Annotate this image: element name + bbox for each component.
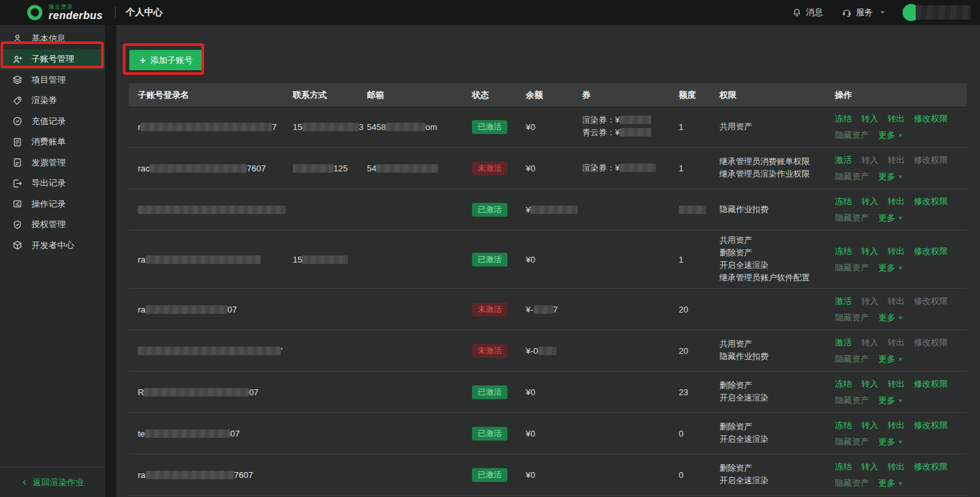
coupon-line: 渲染券：¥	[582, 114, 670, 127]
action-more[interactable]: 更多∨	[878, 309, 903, 326]
action-hide-assets[interactable]: 隐藏资产	[835, 475, 869, 491]
action-transfer-out[interactable]: 转出	[887, 376, 905, 392]
cell-actions: 冻结转入转出修改权限隐藏资产更多∨	[826, 458, 967, 491]
status-badge: 已激活	[472, 427, 507, 441]
table-row: 已激活¥隐藏作业扣费冻结转入转出修改权限隐藏资产更多∨	[129, 188, 967, 230]
chevron-down-icon: ∨	[898, 129, 903, 141]
action-freeze[interactable]: 冻结	[835, 417, 852, 433]
cell-text: 07	[249, 387, 258, 397]
cell-actions: 冻结转入转出修改权限隐藏资产更多∨	[826, 243, 967, 276]
action-hide-assets[interactable]: 隐藏资产	[835, 351, 869, 367]
action-modify-permission[interactable]: 修改权限	[914, 152, 948, 168]
action-transfer-in[interactable]: 转入	[861, 458, 878, 475]
chevron-down-icon: ∨	[898, 311, 903, 324]
sidebar-item-shield[interactable]: 授权管理	[0, 215, 105, 236]
action-more[interactable]: 更多∨	[878, 168, 903, 184]
table-header-row: 子账号登录名联系方式邮箱状态余额券额度权限操作	[129, 83, 967, 106]
action-activate[interactable]: 激活	[835, 293, 852, 309]
action-activate[interactable]: 激活	[835, 152, 852, 168]
sidebar-item-user[interactable]: 基本信息	[0, 28, 105, 49]
main-content: + 添加子账号 子账号登录名联系方式邮箱状态余额券额度权限操作 r7153545…	[116, 25, 980, 497]
action-transfer-in[interactable]: 转入	[861, 152, 878, 168]
action-more[interactable]: 更多∨	[878, 351, 903, 367]
action-freeze[interactable]: 冻结	[835, 376, 852, 392]
action-more[interactable]: 更多∨	[878, 127, 903, 143]
action-transfer-in[interactable]: 转入	[861, 334, 878, 351]
action-transfer-out[interactable]: 转出	[887, 334, 905, 351]
action-transfer-in[interactable]: 转入	[861, 293, 878, 309]
action-more[interactable]: 更多∨	[878, 392, 903, 408]
cell-balance: ¥0	[517, 163, 573, 173]
more-label: 更多	[878, 351, 895, 367]
action-transfer-out[interactable]: 转出	[887, 243, 905, 259]
action-transfer-out[interactable]: 转出	[887, 152, 905, 168]
cell-actions: 冻结转入转出修改权限隐藏资产更多∨	[826, 110, 967, 143]
action-freeze[interactable]: 冻结	[835, 193, 852, 209]
action-modify-permission[interactable]: 修改权限	[914, 243, 948, 259]
action-transfer-in[interactable]: 转入	[861, 193, 878, 209]
action-modify-permission[interactable]: 修改权限	[914, 293, 948, 309]
cell-balance: ¥	[517, 205, 573, 215]
cell-text: ¥0	[526, 255, 535, 265]
action-transfer-out[interactable]: 转出	[887, 417, 905, 433]
action-hide-assets[interactable]: 隐藏资产	[835, 209, 869, 226]
sidebar-item-users[interactable]: 子账号管理	[0, 49, 105, 70]
layers-icon	[12, 74, 23, 85]
action-more[interactable]: 更多∨	[878, 259, 903, 276]
action-modify-permission[interactable]: 修改权限	[914, 417, 948, 433]
action-hide-assets[interactable]: 隐藏资产	[835, 127, 869, 143]
action-hide-assets[interactable]: 隐藏资产	[835, 309, 869, 326]
action-modify-permission[interactable]: 修改权限	[914, 334, 948, 351]
action-transfer-out[interactable]: 转出	[887, 110, 905, 127]
action-transfer-in[interactable]: 转入	[861, 417, 878, 433]
action-modify-permission[interactable]: 修改权限	[914, 110, 948, 127]
cell-quota: 20	[670, 305, 710, 314]
redacted-text	[150, 164, 247, 173]
back-to-render-jobs-link[interactable]: 返回渲染作业	[0, 467, 105, 497]
action-hide-assets[interactable]: 隐藏资产	[835, 259, 869, 276]
action-transfer-in[interactable]: 转入	[861, 376, 878, 392]
action-freeze[interactable]: 冻结	[835, 243, 852, 259]
action-modify-permission[interactable]: 修改权限	[914, 376, 948, 392]
action-activate[interactable]: 激活	[835, 334, 852, 351]
action-transfer-out[interactable]: 转出	[887, 293, 905, 309]
cell-quota: 1	[670, 163, 710, 173]
cell-text: 7607	[234, 470, 253, 480]
sidebar-item-ticket[interactable]: 渲染券	[0, 91, 105, 112]
service-button[interactable]: 服务 ▼	[842, 7, 885, 18]
cell-actions: 冻结转入转出修改权限隐藏资产更多∨	[826, 193, 967, 226]
cell-text: 54	[367, 163, 376, 173]
action-freeze[interactable]: 冻结	[835, 110, 852, 127]
action-modify-permission[interactable]: 修改权限	[914, 193, 948, 209]
sidebar-item-bill[interactable]: 消费账单	[0, 132, 105, 153]
action-more[interactable]: 更多∨	[878, 475, 903, 491]
sidebar-item-operation[interactable]: 操作记录	[0, 194, 105, 215]
permission-line: 隐藏作业扣费	[719, 351, 826, 363]
cell-status: 已激活	[463, 468, 517, 482]
brand-logo[interactable]: 瑞云渲染 renderbus	[26, 4, 103, 21]
action-more[interactable]: 更多∨	[878, 433, 903, 450]
messages-button[interactable]: 消息	[792, 7, 823, 18]
action-freeze[interactable]: 冻结	[835, 458, 852, 475]
action-hide-assets[interactable]: 隐藏资产	[835, 168, 869, 184]
action-hide-assets[interactable]: 隐藏资产	[835, 392, 869, 408]
sidebar-item-invoice[interactable]: 发票管理	[0, 152, 105, 173]
operation-icon	[12, 198, 23, 209]
action-hide-assets[interactable]: 隐藏资产	[835, 433, 869, 450]
action-transfer-out[interactable]: 转出	[887, 458, 905, 475]
sidebar-item-developer[interactable]: 开发者中心	[0, 235, 105, 256]
action-modify-permission[interactable]: 修改权限	[914, 458, 948, 475]
action-transfer-out[interactable]: 转出	[887, 193, 905, 209]
action-line-1: 冻结转入转出修改权限	[835, 193, 967, 209]
cell-actions: 冻结转入转出修改权限隐藏资产更多∨	[826, 417, 967, 450]
sidebar-item-layers[interactable]: 项目管理	[0, 70, 105, 91]
action-transfer-in[interactable]: 转入	[861, 243, 878, 259]
cell-status: 已激活	[463, 203, 517, 217]
sidebar-item-recharge[interactable]: 充值记录	[0, 111, 105, 132]
add-subaccount-button[interactable]: + 添加子账号	[129, 50, 203, 70]
cell-text: R	[138, 387, 144, 397]
sidebar-item-label: 操作记录	[32, 198, 66, 210]
action-transfer-in[interactable]: 转入	[861, 110, 878, 127]
action-more[interactable]: 更多∨	[878, 209, 903, 226]
sidebar-item-export[interactable]: 导出记录	[0, 173, 105, 194]
